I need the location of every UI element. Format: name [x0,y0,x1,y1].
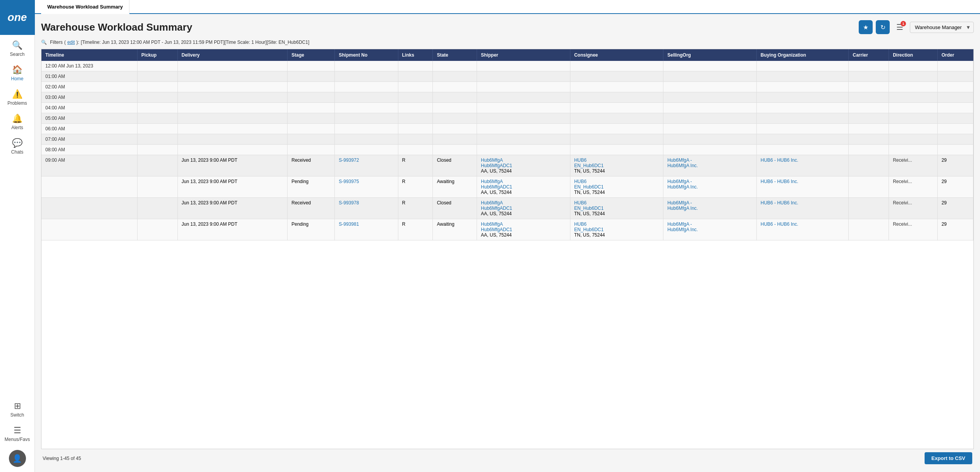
buying-org-link[interactable]: HUB6 - HUB6 Inc. [761,179,798,184]
cell-sellingorg [663,113,757,124]
cell-timeline: 07:00 AM [41,134,137,145]
cell-shipment-no[interactable]: S-993972 [335,155,398,176]
sellingorg-inc-link[interactable]: Hub6MfgA Inc. [667,206,753,211]
sidebar-item-home[interactable]: 🏠 Home [0,61,34,85]
sellingorg-inc-link[interactable]: Hub6MfgA Inc. [667,227,753,232]
cell-links [398,82,433,92]
page-header: Warehouse Workload Summary ★ ↻ ☰ 1 Wareh… [41,20,974,34]
cell-stage [288,71,335,82]
shipper-dc-link[interactable]: Hub6MfgADC1 [481,227,566,232]
shipper-location: AA, US, 75244 [481,168,512,174]
cell-stage [288,82,335,92]
consignee-dc-link[interactable]: EN_Hub6DC1 [574,227,660,232]
sidebar-item-menus[interactable]: ☰ Menus/Favs [0,422,34,446]
shipment-link-s993978[interactable]: S-993978 [339,200,359,206]
table-row: 06:00 AM [41,124,973,134]
cell-consignee [570,103,663,113]
shipment-link-s993972[interactable]: S-993972 [339,157,359,163]
shipper-link[interactable]: Hub6MfgA [481,157,566,163]
filters-text: [Timeline: Jun 13, 2023 12:00 AM PDT - J… [81,40,309,45]
cell-buying-org [756,71,849,82]
cell-buying-org: HUB6 - HUB6 Inc. [756,176,849,198]
shipper-dc-link[interactable]: Hub6MfgADC1 [481,184,566,190]
sellingorg-link[interactable]: Hub6MfgA - [667,179,753,184]
shipper-location: AA, US, 75244 [481,211,512,216]
buying-org-link[interactable]: HUB6 - HUB6 Inc. [761,157,798,163]
consignee-dc-link[interactable]: EN_Hub6DC1 [574,206,660,211]
sidebar-item-search[interactable]: 🔍 Search [0,36,34,61]
cell-buying-org: HUB6 - HUB6 Inc. [756,219,849,240]
cell-carrier [849,103,889,113]
cell-buying-org [756,61,849,71]
cell-timeline [41,219,137,240]
sidebar-item-alerts[interactable]: 🔔 Alerts [0,110,34,134]
tab-warehouse-workload[interactable]: Warehouse Workload Summary [41,0,129,14]
cell-direction [889,92,937,103]
consignee-location: TN, US, 75244 [574,168,605,174]
cell-links: R [398,155,433,176]
cell-shipment-no[interactable]: S-993975 [335,176,398,198]
consignee-link[interactable]: HUB6 [574,200,660,206]
cell-shipment-no [335,113,398,124]
consignee-dc-link[interactable]: EN_Hub6DC1 [574,184,660,190]
buying-org-link[interactable]: HUB6 - HUB6 Inc. [761,200,798,206]
sidebar-item-switch[interactable]: ⊞ Switch [0,397,34,422]
cell-links [398,124,433,134]
sellingorg-link[interactable]: Hub6MfgA - [667,157,753,163]
shipper-link[interactable]: Hub6MfgA [481,200,566,206]
cell-direction [889,145,937,155]
cell-stage [288,124,335,134]
sellingorg-link[interactable]: Hub6MfgA - [667,200,753,206]
sellingorg-link[interactable]: Hub6MfgA - [667,221,753,227]
consignee-link[interactable]: HUB6 [574,157,660,163]
cell-pickup [137,61,177,71]
consignee-link[interactable]: HUB6 [574,221,660,227]
cell-sellingorg: Hub6MfgA - Hub6MfgA Inc. [663,219,757,240]
shipment-link-s993981[interactable]: S-993981 [339,221,359,227]
consignee-dc-link[interactable]: EN_Hub6DC1 [574,163,660,168]
sidebar-item-chats[interactable]: 💬 Chats [0,134,34,159]
cell-shipper [477,103,570,113]
cell-order [937,92,973,103]
filters-bar: 🔍 Filters ( edit ): [Timeline: Jun 13, 2… [41,40,974,45]
refresh-button[interactable]: ↻ [876,20,890,34]
export-csv-button[interactable]: Export to CSV [925,452,972,464]
buying-org-link[interactable]: HUB6 - HUB6 Inc. [761,221,798,227]
cell-state [433,71,477,82]
cell-state: Closed [433,155,477,176]
cell-order [937,113,973,124]
star-button[interactable]: ★ [859,20,873,34]
cell-shipment-no[interactable]: S-993981 [335,219,398,240]
cell-shipment-no[interactable]: S-993978 [335,198,398,219]
sidebar-item-avatar[interactable]: 👤 [0,446,34,472]
cell-pickup [137,103,177,113]
sidebar-item-problems[interactable]: ⚠️ Problems [0,85,34,110]
viewing-count: Viewing 1-45 of 45 [43,456,81,461]
cell-direction [889,61,937,71]
sidebar-label-menus: Menus/Favs [5,437,30,442]
cell-stage [288,61,335,71]
cell-delivery: Jun 13, 2023 9:00 AM PDT [177,198,288,219]
bell-icon: 🔔 [12,114,22,124]
cell-timeline [41,176,137,198]
cell-links [398,61,433,71]
data-table-container[interactable]: Timeline Pickup Delivery Stage Shipment … [41,49,974,449]
sellingorg-inc-link[interactable]: Hub6MfgA Inc. [667,163,753,168]
notification-button[interactable]: ☰ 1 [893,20,907,34]
cell-carrier [849,113,889,124]
cell-shipment-no [335,82,398,92]
table-row: 09:00 AM Jun 13, 2023 9:00 AM PDT Receiv… [41,155,973,176]
table-footer: Viewing 1-45 of 45 Export to CSV [41,449,974,466]
shipment-link-s993975[interactable]: S-993975 [339,179,359,184]
filters-edit-link[interactable]: edit [67,40,75,45]
shipper-dc-link[interactable]: Hub6MfgADC1 [481,206,566,211]
cell-buying-org [756,124,849,134]
consignee-link[interactable]: HUB6 [574,179,660,184]
main-area: Warehouse Workload Summary Warehouse Wor… [35,0,980,472]
sellingorg-inc-link[interactable]: Hub6MfgA Inc. [667,184,753,190]
shipper-link[interactable]: Hub6MfgA [481,221,566,227]
shipper-dc-link[interactable]: Hub6MfgADC1 [481,163,566,168]
shipper-link[interactable]: Hub6MfgA [481,179,566,184]
app-logo[interactable]: one [0,0,35,35]
warehouse-manager-dropdown[interactable]: Warehouse Manager Logistics Manager Oper… [910,22,974,33]
